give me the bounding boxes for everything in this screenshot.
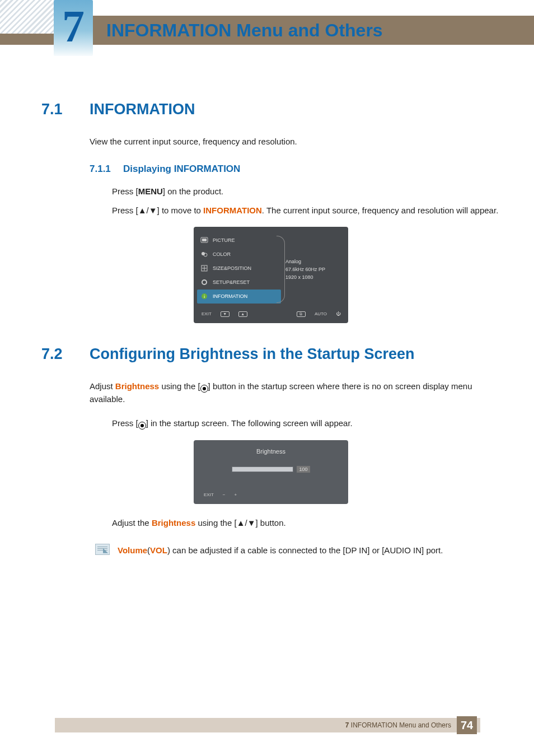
jog-button-icon <box>138 422 146 430</box>
minus-icon: − <box>223 492 226 497</box>
osd-footer: EXIT ▼ ▲ ⧉ AUTO ⏻ <box>197 309 345 320</box>
section-title: Configuring Brightness in the Startup Sc… <box>90 346 415 363</box>
osd-menu-list: PICTURE COLOR SIZE&POSITION SETUP&RESET … <box>197 230 281 304</box>
footer-text: 7 INFORMATION Menu and Others <box>345 721 451 729</box>
osd-menu-item: COLOR <box>197 248 281 262</box>
subsection-number: 7.1.1 <box>90 164 123 175</box>
subsection-7-1-1-heading: 7.1.1Displaying INFORMATION <box>90 164 500 175</box>
settings-icon <box>199 278 209 286</box>
brightness-bar <box>232 466 293 472</box>
section-number: 7.2 <box>41 346 90 363</box>
brightness-value: 100 <box>297 466 310 473</box>
osd-brightness-screenshot: Brightness 100 EXIT − + <box>194 440 348 504</box>
info-icon: i <box>199 292 209 300</box>
chapter-title: INFORMATION Menu and Others <box>106 20 383 41</box>
jog-button-icon <box>200 385 208 393</box>
up-icon: ▲ <box>238 311 247 317</box>
section-7-1-intro: View the current input source, frequency… <box>90 135 500 148</box>
step-brightness: Press [] in the startup screen. The foll… <box>112 417 500 430</box>
osd-menu-item: SETUP&RESET <box>197 276 281 290</box>
size-position-icon <box>199 264 209 272</box>
osd-information-screenshot: PICTURE COLOR SIZE&POSITION SETUP&RESET … <box>194 227 348 323</box>
down-icon: ▼ <box>221 311 229 317</box>
power-icon: ⏻ <box>336 311 340 316</box>
chapter-number: 7 <box>54 0 93 53</box>
source-icon: ⧉ <box>297 311 306 317</box>
section-number: 7.1 <box>41 101 90 118</box>
page-footer: 7 INFORMATION Menu and Others 74 <box>55 718 480 732</box>
page-number: 74 <box>457 716 477 734</box>
osd-menu-item-selected: iINFORMATION <box>197 290 281 304</box>
picture-icon <box>199 236 209 244</box>
subsection-title: Displaying INFORMATION <box>123 164 240 174</box>
section-title: INFORMATION <box>90 101 195 118</box>
osd2-footer: EXIT − + <box>202 489 340 501</box>
section-7-1-heading: 7.1 INFORMATION <box>41 101 500 118</box>
osd-brightness-title: Brightness <box>202 448 340 455</box>
step-1: Press [MENU] on the product. <box>112 185 500 198</box>
svg-point-6 <box>204 282 205 283</box>
osd-menu-item: SIZE&POSITION <box>197 262 281 276</box>
osd-info-panel: Analog 67.6kHz 60Hz PP 1920 x 1080 <box>281 230 345 309</box>
step-adjust: Adjust the Brightness using the [▲/▼] bu… <box>112 516 500 529</box>
note: Volume(VOL) can be adjusted if a cable i… <box>95 544 500 557</box>
section-7-2-intro: Adjust Brightness using the [] button in… <box>90 380 500 406</box>
svg-rect-1 <box>202 239 207 241</box>
note-icon <box>95 544 110 555</box>
section-7-2-heading: 7.2 Configuring Brightness in the Startu… <box>41 346 500 363</box>
color-icon <box>199 250 209 258</box>
plus-icon: + <box>234 492 237 497</box>
step-2: Press [▲/▼] to move to INFORMATION. The … <box>112 204 500 217</box>
osd-menu-item: PICTURE <box>197 234 281 248</box>
